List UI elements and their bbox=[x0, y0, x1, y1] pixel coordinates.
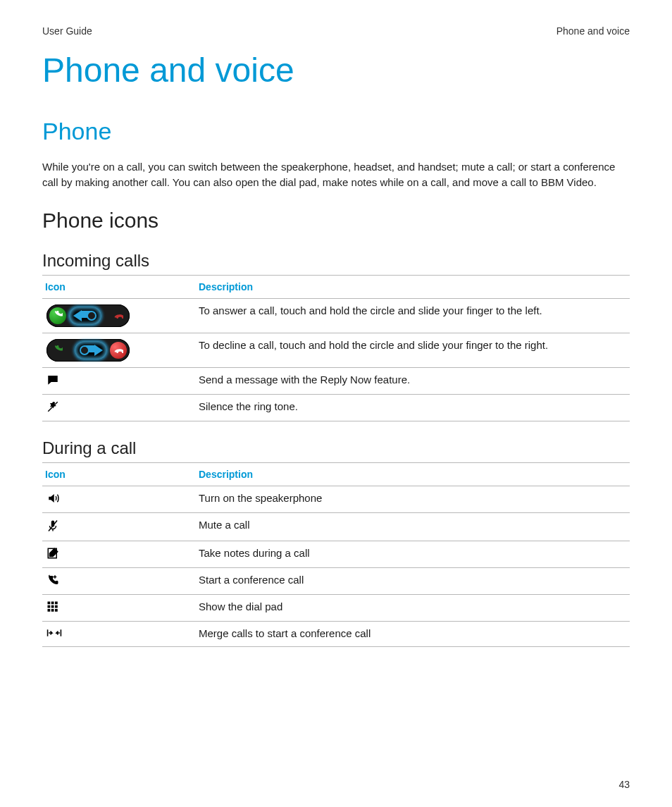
svg-rect-15 bbox=[55, 609, 58, 612]
reply-message-icon bbox=[46, 374, 59, 386]
section-heading-phone: Phone bbox=[42, 118, 630, 145]
phone-answer-endcap-icon bbox=[49, 307, 66, 324]
table-row: Silence the ring tone. bbox=[42, 394, 630, 421]
table-row: Take notes during a call bbox=[42, 541, 630, 567]
table-row: To decline a call, touch and hold the ci… bbox=[42, 333, 630, 367]
icon-cell bbox=[42, 394, 196, 421]
speakerphone-icon bbox=[46, 492, 61, 505]
decline-call-slider-icon bbox=[46, 339, 130, 362]
svg-rect-13 bbox=[48, 609, 51, 612]
cell-description: Turn on the speakerphone bbox=[196, 486, 630, 512]
col-header-icon: Icon bbox=[42, 462, 196, 486]
section-heading-phone-icons: Phone icons bbox=[42, 209, 630, 233]
svg-rect-10 bbox=[48, 605, 51, 608]
table-row: Start a conference call bbox=[42, 567, 630, 594]
cell-description: Send a message with the Reply Now featur… bbox=[196, 367, 630, 394]
cell-description: Silence the ring tone. bbox=[196, 394, 630, 421]
icon-cell bbox=[42, 367, 196, 394]
add-call-icon bbox=[46, 574, 59, 586]
icon-cell bbox=[42, 333, 196, 367]
take-notes-icon bbox=[46, 547, 59, 560]
svg-point-0 bbox=[87, 312, 96, 320]
icon-cell bbox=[42, 512, 196, 541]
cell-description: Start a conference call bbox=[196, 567, 630, 594]
table-row: Send a message with the Reply Now featur… bbox=[42, 367, 630, 394]
icon-cell bbox=[42, 594, 196, 621]
running-header-right: Phone and voice bbox=[556, 25, 630, 37]
col-header-icon: Icon bbox=[42, 275, 196, 298]
page-number: 43 bbox=[618, 779, 630, 790]
table-row: To answer a call, touch and hold the cir… bbox=[42, 298, 630, 333]
slide-left-arrow-icon bbox=[69, 307, 101, 325]
page-title: Phone and voice bbox=[42, 51, 630, 90]
icon-cell bbox=[42, 541, 196, 567]
svg-rect-7 bbox=[48, 601, 51, 604]
svg-rect-11 bbox=[51, 605, 54, 608]
subheading-during-call: During a call bbox=[42, 438, 630, 458]
table-row: Show the dial pad bbox=[42, 594, 630, 621]
answer-call-slider-icon bbox=[46, 304, 130, 327]
table-during-call: Icon Description Turn on the speakerphon… bbox=[42, 462, 630, 647]
icon-cell bbox=[42, 567, 196, 594]
phone-answer-endcap-icon bbox=[49, 342, 66, 359]
svg-point-1 bbox=[80, 346, 89, 355]
silence-ringtone-icon bbox=[46, 400, 59, 413]
cell-description: Take notes during a call bbox=[196, 541, 630, 567]
subheading-incoming-calls: Incoming calls bbox=[42, 251, 630, 271]
table-incoming-calls: Icon Description bbox=[42, 275, 630, 421]
icon-cell bbox=[42, 486, 196, 512]
svg-rect-9 bbox=[55, 601, 58, 604]
svg-rect-12 bbox=[55, 605, 58, 608]
mute-mic-icon bbox=[46, 519, 59, 533]
table-row: Merge calls to start a conference call bbox=[42, 621, 630, 646]
cell-description: Mute a call bbox=[196, 512, 630, 541]
phone-decline-endcap-icon bbox=[110, 342, 127, 359]
cell-description: To decline a call, touch and hold the ci… bbox=[196, 333, 630, 367]
table-row: Mute a call bbox=[42, 512, 630, 541]
cell-description: Show the dial pad bbox=[196, 594, 630, 621]
icon-cell bbox=[42, 621, 196, 646]
intro-paragraph: While you're on a call, you can switch b… bbox=[42, 159, 630, 190]
slide-right-arrow-icon bbox=[75, 341, 107, 359]
cell-description: Merge calls to start a conference call bbox=[196, 621, 630, 646]
table-row: Turn on the speakerphone bbox=[42, 486, 630, 512]
running-header: User Guide Phone and voice bbox=[42, 25, 630, 37]
running-header-left: User Guide bbox=[42, 25, 92, 37]
col-header-description: Description bbox=[196, 275, 630, 298]
svg-rect-8 bbox=[51, 601, 54, 604]
phone-decline-endcap-icon bbox=[110, 307, 127, 324]
dialpad-icon bbox=[46, 600, 59, 613]
svg-rect-14 bbox=[51, 609, 54, 612]
col-header-description: Description bbox=[196, 462, 630, 486]
icon-cell bbox=[42, 298, 196, 333]
cell-description: To answer a call, touch and hold the cir… bbox=[196, 298, 630, 333]
merge-calls-icon bbox=[46, 627, 62, 639]
